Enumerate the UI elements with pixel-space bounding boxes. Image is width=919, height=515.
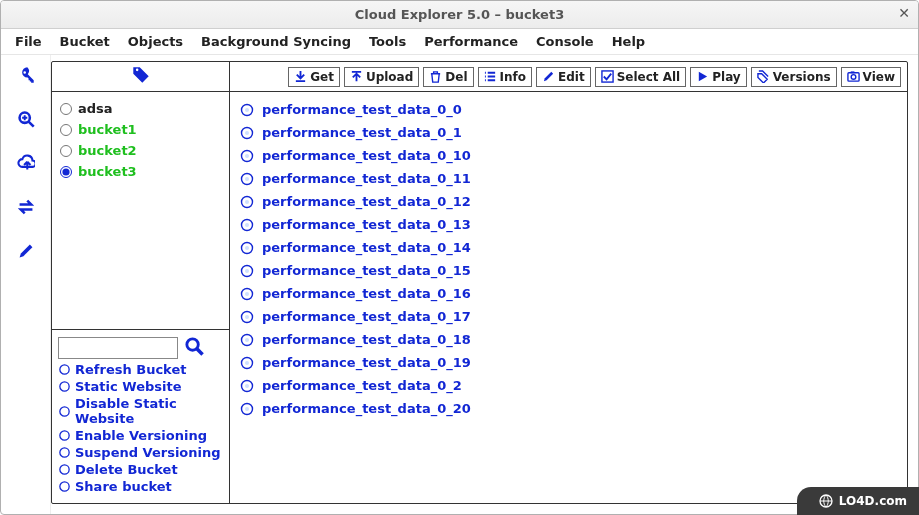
- get-button[interactable]: Get: [288, 67, 340, 87]
- object-icon: [240, 310, 254, 324]
- bucket-action[interactable]: Delete Bucket: [58, 461, 223, 478]
- bucket-action[interactable]: Refresh Bucket: [58, 361, 223, 378]
- object-name: performance_test_data_0_1: [262, 125, 462, 140]
- menu-bucket[interactable]: Bucket: [52, 31, 118, 52]
- info-label: Info: [500, 70, 526, 84]
- object-row[interactable]: performance_test_data_0_19: [240, 351, 907, 374]
- info-button[interactable]: Info: [478, 67, 532, 87]
- app-window: Cloud Explorer 5.0 – bucket3 ✕ File Buck…: [0, 0, 919, 515]
- object-row[interactable]: performance_test_data_0_11: [240, 167, 907, 190]
- bucket-radio[interactable]: [60, 124, 72, 136]
- bucket-action-label: Disable Static Website: [75, 396, 223, 426]
- bucket-row[interactable]: bucket3: [60, 161, 221, 182]
- object-icon: [240, 241, 254, 255]
- upload-label: Upload: [366, 70, 413, 84]
- object-icon: [240, 264, 254, 278]
- bucket-action[interactable]: Static Website: [58, 378, 223, 395]
- site-badge-text: LO4D.com: [839, 494, 907, 508]
- object-row[interactable]: performance_test_data_0_1: [240, 121, 907, 144]
- object-row[interactable]: performance_test_data_0_10: [240, 144, 907, 167]
- menu-background-syncing[interactable]: Background Syncing: [193, 31, 359, 52]
- object-name: performance_test_data_0_2: [262, 378, 462, 393]
- object-list[interactable]: performance_test_data_0_0performance_tes…: [230, 92, 907, 503]
- radio-off-icon: [58, 405, 71, 418]
- close-icon[interactable]: ✕: [898, 5, 910, 21]
- main-area: adsabucket1bucket2bucket3 Refresh Bucket…: [1, 55, 918, 514]
- upload-cloud-icon[interactable]: [16, 153, 36, 173]
- object-row[interactable]: performance_test_data_0_16: [240, 282, 907, 305]
- object-row[interactable]: performance_test_data_0_13: [240, 213, 907, 236]
- object-row[interactable]: performance_test_data_0_20: [240, 397, 907, 420]
- upload-button[interactable]: Upload: [344, 67, 419, 87]
- del-label: Del: [445, 70, 467, 84]
- object-panel: Get Upload Del Info Edit Select All Play…: [230, 62, 907, 503]
- versions-label: Versions: [773, 70, 831, 84]
- bucket-radio[interactable]: [60, 103, 72, 115]
- menu-performance[interactable]: Performance: [416, 31, 526, 52]
- view-button[interactable]: View: [841, 67, 901, 87]
- select-all-button[interactable]: Select All: [595, 67, 687, 87]
- key-icon[interactable]: [16, 65, 36, 85]
- object-icon: [240, 333, 254, 347]
- object-row[interactable]: performance_test_data_0_18: [240, 328, 907, 351]
- bucket-name: bucket2: [78, 143, 137, 158]
- bucket-action[interactable]: Share bucket: [58, 478, 223, 495]
- bucket-radio[interactable]: [60, 166, 72, 178]
- view-label: View: [863, 70, 895, 84]
- bucket-action-label: Suspend Versioning: [75, 445, 221, 460]
- sync-icon[interactable]: [16, 197, 36, 217]
- object-icon: [240, 149, 254, 163]
- search-input[interactable]: [58, 337, 178, 359]
- edit-icon[interactable]: [16, 241, 36, 261]
- object-icon: [240, 195, 254, 209]
- object-row[interactable]: performance_test_data_0_14: [240, 236, 907, 259]
- object-list-wrap: performance_test_data_0_0performance_tes…: [230, 92, 907, 503]
- zoom-in-icon[interactable]: [16, 109, 36, 129]
- versions-button[interactable]: Versions: [751, 67, 837, 87]
- bucket-action[interactable]: Enable Versioning: [58, 427, 223, 444]
- bucket-action[interactable]: Disable Static Website: [58, 395, 223, 427]
- object-row[interactable]: performance_test_data_0_17: [240, 305, 907, 328]
- bucket-action[interactable]: Suspend Versioning: [58, 444, 223, 461]
- object-name: performance_test_data_0_13: [262, 217, 471, 232]
- menu-tools[interactable]: Tools: [361, 31, 414, 52]
- delete-button[interactable]: Del: [423, 67, 473, 87]
- object-row[interactable]: performance_test_data_0_2: [240, 374, 907, 397]
- bucket-radio[interactable]: [60, 145, 72, 157]
- title-bar: Cloud Explorer 5.0 – bucket3 ✕: [1, 1, 918, 29]
- content-area: adsabucket1bucket2bucket3 Refresh Bucket…: [51, 55, 918, 514]
- bucket-row[interactable]: bucket1: [60, 119, 221, 140]
- radio-off-icon: [58, 363, 71, 376]
- menu-file[interactable]: File: [7, 31, 50, 52]
- bucket-row[interactable]: bucket2: [60, 140, 221, 161]
- bucket-name: bucket1: [78, 122, 137, 137]
- menu-help[interactable]: Help: [604, 31, 653, 52]
- object-icon: [240, 103, 254, 117]
- object-toolbar: Get Upload Del Info Edit Select All Play…: [230, 62, 907, 92]
- object-name: performance_test_data_0_15: [262, 263, 471, 278]
- bucket-actions: Refresh BucketStatic WebsiteDisable Stat…: [52, 359, 229, 503]
- edit-button[interactable]: Edit: [536, 67, 591, 87]
- object-row[interactable]: performance_test_data_0_0: [240, 98, 907, 121]
- object-row[interactable]: performance_test_data_0_12: [240, 190, 907, 213]
- menu-objects[interactable]: Objects: [120, 31, 191, 52]
- bucket-action-label: Enable Versioning: [75, 428, 207, 443]
- radio-off-icon: [58, 429, 71, 442]
- menu-console[interactable]: Console: [528, 31, 602, 52]
- object-name: performance_test_data_0_14: [262, 240, 471, 255]
- object-row[interactable]: performance_test_data_0_15: [240, 259, 907, 282]
- radio-off-icon: [58, 463, 71, 476]
- globe-icon: [819, 494, 833, 508]
- menu-bar: File Bucket Objects Background Syncing T…: [1, 29, 918, 55]
- play-button[interactable]: Play: [690, 67, 746, 87]
- window-title: Cloud Explorer 5.0 – bucket3: [355, 7, 564, 22]
- object-icon: [240, 218, 254, 232]
- search-icon[interactable]: [184, 336, 204, 359]
- bucket-action-label: Static Website: [75, 379, 181, 394]
- object-icon: [240, 287, 254, 301]
- object-name: performance_test_data_0_18: [262, 332, 471, 347]
- object-name: performance_test_data_0_16: [262, 286, 471, 301]
- bucket-row[interactable]: adsa: [60, 98, 221, 119]
- object-name: performance_test_data_0_0: [262, 102, 462, 117]
- object-icon: [240, 356, 254, 370]
